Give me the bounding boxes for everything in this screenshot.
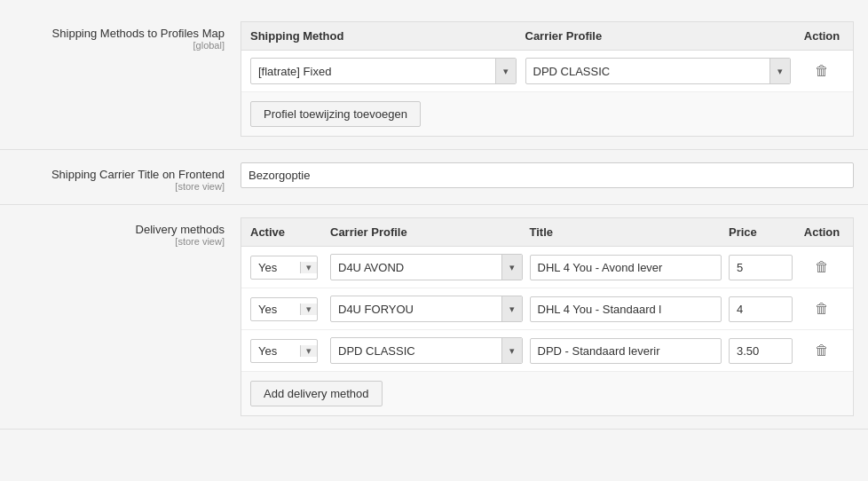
dm-carrier-select-2[interactable]: D4U FORYOU D4U AVOND DPD CLASSIC	[331, 298, 501, 320]
method-chevron-icon: ▾	[503, 66, 509, 77]
active-select-3-wrapper: Yes No ▾	[250, 339, 330, 363]
active-chevron-2: ▾	[300, 304, 317, 315]
dm-carrier-2-wrapper: D4U FORYOU D4U AVOND DPD CLASSIC ▾	[330, 296, 530, 322]
delivery-table-header: Active Carrier Profile Title Price Actio…	[241, 218, 853, 247]
active-dropdown-1[interactable]: Yes No ▾	[250, 256, 318, 280]
delete-dm-3-button[interactable]: 🗑	[815, 343, 829, 359]
carrier-title-content	[241, 162, 854, 188]
add-delivery-method-button[interactable]: Add delivery method	[250, 381, 383, 406]
active-dropdown-2[interactable]: Yes No ▾	[250, 297, 318, 321]
profiles-row-action: 🗑	[800, 63, 844, 79]
dm-carrier-select-1[interactable]: D4U AVOND D4U FORYOU DPD CLASSIC	[331, 256, 501, 279]
page-wrapper: Shipping Methods to Profiles Map [global…	[0, 0, 868, 481]
dm-price-2	[729, 296, 800, 322]
col-carrier-header: Carrier Profile	[525, 29, 801, 43]
active-select-2[interactable]: Yes No	[251, 298, 300, 320]
col-price-header: Price	[729, 225, 800, 239]
col-dm-carrier-header: Carrier Profile	[330, 225, 530, 239]
carrier-select[interactable]: DPD CLASSIC D4U AVOND D4U FORYOU	[526, 60, 770, 83]
dm-carrier-dropdown-3[interactable]: DPD CLASSIC D4U AVOND D4U FORYOU ▾	[330, 337, 523, 364]
carrier-title-label: Shipping Carrier Title on Frontend [stor…	[14, 162, 241, 192]
dm-carrier-3-wrapper: DPD CLASSIC D4U AVOND D4U FORYOU ▾	[330, 337, 530, 364]
delete-dm-2-button[interactable]: 🗑	[815, 301, 829, 317]
dm-price-input-2[interactable]	[729, 296, 793, 322]
dm-action-3: 🗑	[800, 343, 844, 359]
shipping-profiles-content: Shipping Method Carrier Profile Action […	[241, 21, 854, 137]
dm-carrier-btn-3: ▾	[501, 338, 522, 363]
dm-title-1	[530, 255, 730, 280]
dm-price-1	[729, 255, 800, 280]
dm-action-2: 🗑	[800, 301, 844, 317]
active-select-1-wrapper: Yes No ▾	[250, 256, 330, 280]
delivery-row-1: Yes No ▾ D4U AVOND D4U FORYOU DPD CLASSI…	[241, 247, 853, 288]
profiles-table-row: [flatrate] Fixed ▾ DPD CLASSIC D4U AVOND	[241, 51, 853, 92]
dm-carrier-1-wrapper: D4U AVOND D4U FORYOU DPD CLASSIC ▾	[330, 254, 530, 280]
carrier-dropdown[interactable]: DPD CLASSIC D4U AVOND D4U FORYOU ▾	[525, 58, 792, 84]
active-select-2-wrapper: Yes No ▾	[250, 297, 330, 321]
delivery-methods-content: Active Carrier Profile Title Price Actio…	[241, 217, 854, 416]
delivery-row-3: Yes No ▾ DPD CLASSIC D4U AVOND D4U FORYO…	[241, 330, 853, 372]
method-select-wrapper: [flatrate] Fixed ▾	[250, 58, 525, 84]
active-chevron-3: ▾	[300, 345, 317, 357]
col-method-header: Shipping Method	[250, 29, 525, 43]
col-title-header: Title	[530, 225, 730, 239]
shipping-profiles-section: Shipping Methods to Profiles Map [global…	[0, 9, 868, 150]
delivery-methods-label: Delivery methods [store view]	[14, 217, 241, 247]
add-profile-button[interactable]: Profiel toewijzing toevoegen	[250, 101, 421, 127]
dm-title-input-2[interactable]	[530, 296, 722, 322]
delivery-table: Active Carrier Profile Title Price Actio…	[241, 217, 854, 416]
active-chevron-1: ▾	[300, 262, 317, 273]
carrier-chevron-icon: ▾	[777, 66, 783, 77]
dm-title-3	[530, 338, 730, 364]
active-select-1[interactable]: Yes No	[251, 256, 300, 279]
col-action-header: Action	[800, 29, 844, 43]
dm-price-3	[729, 338, 800, 364]
method-dropdown[interactable]: [flatrate] Fixed ▾	[250, 58, 517, 84]
dm-title-input-1[interactable]	[530, 255, 722, 280]
dm-title-2	[530, 296, 730, 322]
delete-profile-button[interactable]: 🗑	[815, 63, 829, 79]
active-select-3[interactable]: Yes No	[251, 340, 300, 362]
col-dm-action-header: Action	[800, 225, 844, 239]
delivery-row-2: Yes No ▾ D4U FORYOU D4U AVOND DPD CLASSI…	[241, 288, 853, 330]
active-dropdown-3[interactable]: Yes No ▾	[250, 339, 318, 363]
shipping-profiles-label: Shipping Methods to Profiles Map [global…	[14, 21, 241, 51]
dm-carrier-btn-1: ▾	[501, 255, 522, 280]
profiles-table-header: Shipping Method Carrier Profile Action	[241, 22, 853, 51]
delivery-table-footer: Add delivery method	[241, 372, 853, 415]
method-select-btn: ▾	[495, 59, 516, 83]
dm-action-1: 🗑	[800, 259, 844, 275]
dm-price-input-1[interactable]	[729, 255, 793, 280]
profiles-table-footer: Profiel toewijzing toevoegen	[241, 92, 853, 136]
carrier-title-section: Shipping Carrier Title on Frontend [stor…	[0, 150, 868, 205]
carrier-select-btn: ▾	[769, 59, 790, 83]
dm-carrier-btn-2: ▾	[501, 296, 522, 321]
delivery-methods-section: Delivery methods [store view] Active Car…	[0, 205, 868, 430]
carrier-title-input[interactable]	[241, 162, 854, 188]
dm-price-input-3[interactable]	[729, 338, 793, 364]
dm-carrier-dropdown-2[interactable]: D4U FORYOU D4U AVOND DPD CLASSIC ▾	[330, 296, 523, 322]
dm-title-input-3[interactable]	[530, 338, 722, 364]
carrier-select-wrapper: DPD CLASSIC D4U AVOND D4U FORYOU ▾	[525, 58, 801, 84]
delete-dm-1-button[interactable]: 🗑	[815, 259, 829, 275]
method-select[interactable]: [flatrate] Fixed	[251, 60, 495, 83]
dm-carrier-select-3[interactable]: DPD CLASSIC D4U AVOND D4U FORYOU	[331, 340, 501, 362]
dm-carrier-dropdown-1[interactable]: D4U AVOND D4U FORYOU DPD CLASSIC ▾	[330, 254, 523, 280]
col-active-header: Active	[250, 225, 330, 239]
profiles-table: Shipping Method Carrier Profile Action […	[241, 21, 854, 137]
